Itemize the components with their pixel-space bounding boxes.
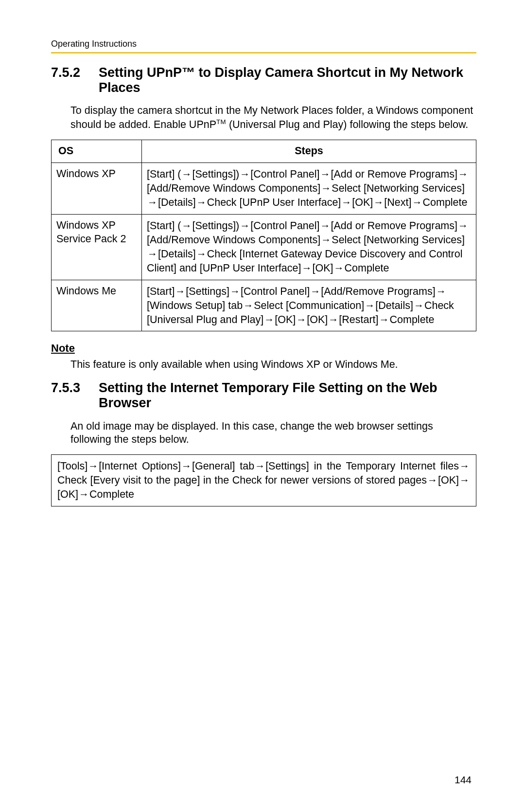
table-row: Windows XP Service Pack 2[Start] (→[Sett… — [52, 214, 476, 280]
col-header-steps: Steps — [142, 140, 476, 163]
note-text: This feature is only available when usin… — [70, 359, 476, 371]
arrow-icon: → — [264, 313, 274, 326]
arrow-icon: → — [427, 473, 438, 487]
arrow-icon: → — [147, 247, 158, 260]
step-text: [Add or Remove Programs] — [331, 220, 458, 232]
arrow-icon: → — [240, 219, 250, 232]
arrow-icon: → — [459, 459, 470, 472]
step-text: [Details] — [158, 197, 196, 208]
browser-steps-box: [Tools]→[Internet Options]→[General] tab… — [51, 454, 476, 506]
arrow-icon: → — [79, 487, 89, 501]
step-text: [Settings]) — [192, 220, 239, 232]
arrow-icon: → — [321, 233, 331, 246]
step-text: [Details] — [158, 248, 196, 260]
section-number: 7.5.3 — [51, 380, 85, 411]
intro-post: (Universal Plug and Play) following the … — [226, 119, 468, 130]
step-text: [Next] — [384, 197, 411, 208]
step-text: Check [Every visit to the page] in the C… — [57, 474, 427, 486]
arrow-icon: → — [320, 219, 331, 232]
os-cell: Windows XP — [52, 163, 142, 215]
arrow-icon: → — [243, 299, 253, 312]
step-text: [Add or Remove Programs] — [331, 168, 458, 180]
section-title: Setting the Internet Temporary File Sett… — [99, 380, 476, 411]
step-text: [Control Panel] — [241, 286, 310, 297]
os-steps-table: OS Steps Windows XP[Start] (→[Settings])… — [51, 140, 476, 331]
arrow-icon: → — [181, 219, 192, 232]
step-text: [Windows Setup] tab — [147, 300, 243, 311]
arrow-icon: → — [373, 196, 384, 209]
step-text: [Add/Remove Windows Components] — [147, 234, 320, 246]
step-text: [Settings] — [186, 286, 229, 297]
page-number: 144 — [455, 774, 472, 786]
step-text: [Start] ( — [147, 168, 181, 180]
steps-cell: [Start] (→[Settings])→[Control Panel]→[A… — [142, 214, 476, 280]
arrow-icon: → — [328, 313, 338, 326]
step-text: Complete — [422, 197, 467, 208]
arrow-icon: → — [230, 285, 240, 298]
step-text: [OK] — [312, 262, 333, 274]
step-text: [Start] — [147, 286, 175, 297]
section-title: Setting UPnP™ to Display Camera Shortcut… — [99, 65, 476, 95]
arrow-icon: → — [181, 167, 192, 180]
arrow-icon: → — [436, 285, 446, 298]
arrow-icon: → — [379, 313, 389, 326]
step-text: [Restart] — [339, 314, 378, 325]
arrow-icon: → — [181, 459, 192, 472]
arrow-icon: → — [459, 473, 470, 487]
arrow-icon: → — [240, 167, 250, 180]
arrow-icon: → — [320, 167, 331, 180]
step-text: [Add/Remove Windows Components] — [147, 182, 320, 194]
step-text: [OK] — [307, 314, 328, 325]
step-text: Check [UPnP User Interface] — [207, 197, 341, 208]
step-text: [OK] — [57, 488, 78, 500]
step-text: [Settings] in the Temporary Internet fil… — [265, 460, 459, 472]
arrow-icon: → — [310, 285, 320, 298]
step-text: [Settings]) — [192, 168, 239, 180]
tm-symbol: TM — [216, 118, 226, 126]
running-header: Operating Instructions — [51, 39, 476, 49]
steps-cell: [Start] (→[Settings])→[Control Panel]→[A… — [142, 163, 476, 215]
arrow-icon: → — [458, 167, 468, 180]
step-text: Select [Networking Services] — [332, 182, 465, 194]
step-text: Select [Communication] — [254, 300, 364, 311]
step-text: [Add/Remove Programs] — [321, 286, 435, 297]
arrow-icon: → — [296, 313, 306, 326]
section-heading-753: 7.5.3 Setting the Internet Temporary Fil… — [51, 380, 476, 411]
step-text: [OK] — [275, 314, 296, 325]
step-text: Complete — [345, 262, 389, 274]
step-text: [OK] — [438, 474, 459, 486]
table-row: Windows XP[Start] (→[Settings])→[Control… — [52, 163, 476, 215]
arrow-icon: → — [175, 285, 185, 298]
step-text: Complete — [89, 488, 134, 500]
step-text: Select [Networking Services] — [332, 234, 465, 246]
page: Operating Instructions 7.5.2 Setting UPn… — [0, 0, 525, 812]
arrow-icon: → — [334, 261, 344, 274]
os-cell: Windows Me — [52, 280, 142, 331]
step-text: [Details] — [375, 300, 413, 311]
step-text: [Control Panel] — [250, 168, 319, 180]
col-header-os: OS — [52, 140, 142, 163]
arrow-icon: → — [321, 181, 331, 195]
section-753-intro: An old image may be displayed. In this c… — [70, 420, 476, 447]
arrow-icon: → — [196, 247, 207, 260]
section-number: 7.5.2 — [51, 65, 85, 95]
arrow-icon: → — [414, 299, 424, 312]
table-header-row: OS Steps — [52, 140, 476, 163]
arrow-icon: → — [301, 261, 312, 274]
arrow-icon: → — [255, 459, 265, 472]
arrow-icon: → — [196, 196, 207, 209]
step-text: [Start] ( — [147, 220, 181, 232]
arrow-icon: → — [412, 196, 422, 209]
os-cell: Windows XP Service Pack 2 — [52, 214, 142, 280]
step-text: [OK] — [352, 197, 373, 208]
step-text: Complete — [390, 314, 435, 325]
arrow-icon: → — [458, 219, 468, 232]
arrow-icon: → — [341, 196, 351, 209]
arrow-icon: → — [88, 459, 98, 472]
step-text: [Tools] — [57, 460, 88, 472]
section-752-intro: To display the camera shortcut in the My… — [70, 104, 476, 132]
step-text: [Control Panel] — [250, 220, 319, 232]
step-text: [Internet Options] — [99, 460, 181, 472]
note-label: Note — [51, 342, 476, 355]
table-row: Windows Me[Start]→[Settings]→[Control Pa… — [52, 280, 476, 331]
